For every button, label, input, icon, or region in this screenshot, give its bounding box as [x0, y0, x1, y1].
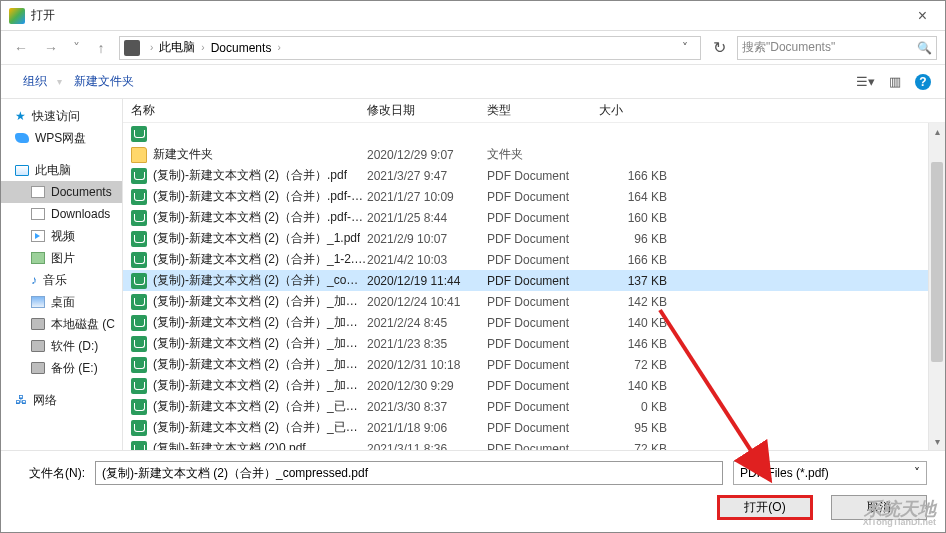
sidebar-item[interactable]: 图片 — [1, 247, 122, 269]
file-name: (复制)-新建文本文档 (2)0.pdf — [153, 440, 306, 450]
file-row[interactable]: 新建文件夹2020/12/29 9:07文件夹 — [123, 144, 945, 165]
file-type: PDF Document — [487, 421, 599, 435]
breadcrumb-dropdown[interactable]: ˅ — [674, 41, 696, 55]
nav-back-button[interactable]: ← — [9, 36, 33, 60]
search-icon[interactable]: 🔍 — [917, 41, 932, 55]
file-row[interactable]: (复制)-新建文本文档 (2)（合并）_1.pdf2021/2/9 10:07P… — [123, 228, 945, 249]
sidebar-item[interactable]: Documents — [1, 181, 122, 203]
pdf-icon — [131, 399, 147, 415]
pdf-icon — [131, 441, 147, 451]
sidebar-item[interactable]: 桌面 — [1, 291, 122, 313]
sidebar-item[interactable]: ★快速访问 — [1, 105, 122, 127]
file-date: 2021/1/25 8:44 — [367, 211, 487, 225]
file-type: PDF Document — [487, 400, 599, 414]
view-mode-button[interactable]: ☰▾ — [856, 74, 875, 89]
chevron-right-icon: › — [201, 42, 204, 53]
file-row[interactable]: (复制)-新建文本文档 (2)（合并）_1-2.pdf2021/4/2 10:0… — [123, 249, 945, 270]
file-row[interactable]: (复制)-新建文本文档 (2)（合并）_加密_...2020/12/30 9:2… — [123, 375, 945, 396]
scroll-track[interactable] — [929, 140, 945, 433]
scroll-thumb[interactable] — [931, 162, 943, 362]
file-date: 2021/2/9 10:07 — [367, 232, 487, 246]
file-row[interactable]: (复制)-新建文本文档 (2)（合并）_comp...2020/12/19 11… — [123, 270, 945, 291]
column-header-date[interactable]: 修改日期 — [367, 102, 487, 119]
sidebar-item-label: Downloads — [51, 207, 110, 221]
sidebar-item[interactable]: ♪音乐 — [1, 269, 122, 291]
file-type: 文件夹 — [487, 146, 599, 163]
refresh-button[interactable]: ↻ — [707, 36, 731, 60]
sidebar-item[interactable]: 🖧网络 — [1, 389, 122, 411]
file-size: 137 KB — [599, 274, 679, 288]
sidebar-item-icon — [31, 230, 45, 242]
sidebar-item-icon: ♪ — [31, 273, 37, 287]
open-dialog: 打开 × ← → ˅ ↑ › 此电脑 › Documents › ˅ ↻ 搜索"… — [0, 0, 946, 533]
column-header-name[interactable]: 名称 — [123, 102, 367, 119]
sidebar-item-label: 图片 — [51, 250, 75, 267]
nav-history-button[interactable]: ˅ — [69, 36, 83, 60]
help-icon[interactable]: ? — [915, 74, 931, 90]
scroll-down-button[interactable]: ▾ — [929, 433, 945, 450]
sidebar-item-label: WPS网盘 — [35, 130, 86, 147]
sidebar-item-icon: ★ — [15, 109, 26, 123]
sidebar-item[interactable]: Downloads — [1, 203, 122, 225]
file-name: (复制)-新建文本文档 (2)（合并）_加密.p... — [153, 314, 367, 331]
sidebar-item[interactable]: 本地磁盘 (C — [1, 313, 122, 335]
file-row[interactable]: (复制)-新建文本文档 (2)（合并）.pdf-2...2021/1/25 8:… — [123, 207, 945, 228]
sidebar-item-icon — [15, 165, 29, 176]
file-type: PDF Document — [487, 232, 599, 246]
file-row[interactable]: (复制)-新建文本文档 (2)（合并）_加密_...2020/12/31 10:… — [123, 354, 945, 375]
new-folder-button[interactable]: 新建文件夹 — [66, 69, 142, 94]
file-type: PDF Document — [487, 358, 599, 372]
file-row[interactable] — [123, 123, 945, 144]
sidebar-item[interactable]: WPS网盘 — [1, 127, 122, 149]
column-header-size[interactable]: 大小 — [599, 102, 679, 119]
pdf-icon — [131, 357, 147, 373]
file-date: 2020/12/19 11:44 — [367, 274, 487, 288]
file-type: PDF Document — [487, 190, 599, 204]
file-row[interactable]: (复制)-新建文本文档 (2)（合并）.pdf-2...2021/1/27 10… — [123, 186, 945, 207]
file-date: 2021/1/27 10:09 — [367, 190, 487, 204]
sidebar-item-icon — [15, 133, 29, 143]
file-list-pane: 名称 修改日期 类型 大小 新建文件夹2020/12/29 9:07文件夹(复制… — [123, 99, 945, 450]
close-button[interactable]: × — [900, 1, 945, 31]
breadcrumb-part[interactable]: 此电脑 — [159, 39, 195, 56]
app-icon — [9, 8, 25, 24]
dialog-body: ★快速访问WPS网盘此电脑DocumentsDownloads视频图片♪音乐桌面… — [1, 99, 945, 450]
dropdown-caret-icon[interactable]: ▾ — [57, 76, 62, 87]
file-row[interactable]: (复制)-新建文本文档 (2)（合并）_加密.p...2021/2/24 8:4… — [123, 312, 945, 333]
chevron-right-icon: › — [150, 42, 153, 53]
preview-pane-button[interactable]: ▥ — [889, 74, 901, 89]
file-row[interactable]: (复制)-新建文本文档 (2)（合并）_已压缩...2021/3/30 8:37… — [123, 396, 945, 417]
sidebar-item[interactable]: 软件 (D:) — [1, 335, 122, 357]
scroll-up-button[interactable]: ▴ — [929, 123, 945, 140]
file-name: (复制)-新建文本文档 (2)（合并）.pdf-2... — [153, 209, 367, 226]
file-row[interactable]: (复制)-新建文本文档 (2)（合并）_加密_...2021/1/23 8:35… — [123, 333, 945, 354]
file-size: 160 KB — [599, 211, 679, 225]
sidebar-item[interactable]: 视频 — [1, 225, 122, 247]
file-size: 166 KB — [599, 169, 679, 183]
nav-up-button[interactable]: ↑ — [89, 36, 113, 60]
file-row[interactable]: (复制)-新建文本文档 (2)（合并）_已压缩...2021/1/18 9:06… — [123, 417, 945, 438]
file-row[interactable]: (复制)-新建文本文档 (2)（合并）_加密.p...2020/12/24 10… — [123, 291, 945, 312]
file-date: 2021/3/27 9:47 — [367, 169, 487, 183]
file-row[interactable]: (复制)-新建文本文档 (2)0.pdf2021/3/11 8:36PDF Do… — [123, 438, 945, 450]
sidebar-item-label: Documents — [51, 185, 112, 199]
file-type: PDF Document — [487, 337, 599, 351]
file-name: (复制)-新建文本文档 (2)（合并）_comp... — [153, 272, 367, 289]
search-input[interactable]: 搜索"Documents" 🔍 — [737, 36, 937, 60]
scrollbar[interactable]: ▴ ▾ — [928, 123, 945, 450]
file-date: 2020/12/30 9:29 — [367, 379, 487, 393]
breadcrumb-part[interactable]: Documents — [211, 41, 272, 55]
pdf-icon — [131, 273, 147, 289]
file-name: 新建文件夹 — [153, 146, 213, 163]
sidebar-item[interactable]: 备份 (E:) — [1, 357, 122, 379]
file-name: (复制)-新建文本文档 (2)（合并）_已压缩... — [153, 398, 367, 415]
organize-button[interactable]: 组织 — [15, 69, 55, 94]
breadcrumb[interactable]: › 此电脑 › Documents › ˅ — [119, 36, 701, 60]
column-header-type[interactable]: 类型 — [487, 102, 599, 119]
filename-input[interactable] — [95, 461, 723, 485]
sidebar-item[interactable]: 此电脑 — [1, 159, 122, 181]
search-placeholder: 搜索"Documents" — [742, 39, 835, 56]
pdf-icon — [131, 336, 147, 352]
nav-forward-button[interactable]: → — [39, 36, 63, 60]
file-row[interactable]: (复制)-新建文本文档 (2)（合并）.pdf2021/3/27 9:47PDF… — [123, 165, 945, 186]
